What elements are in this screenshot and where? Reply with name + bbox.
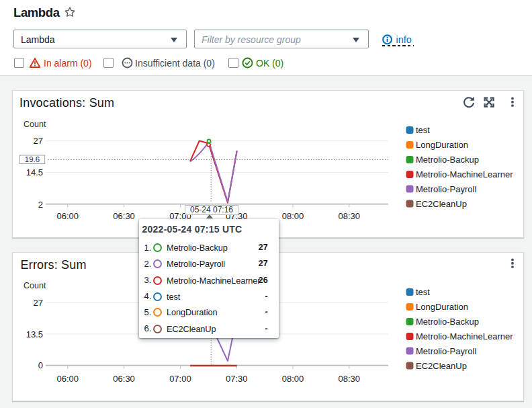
svg-text:Metrolio-Backup: Metrolio-Backup xyxy=(416,317,479,327)
svg-text:27: 27 xyxy=(34,298,43,308)
svg-text:Metrolio-Payroll: Metrolio-Payroll xyxy=(416,184,476,194)
svg-text:08:00: 08:00 xyxy=(282,211,304,221)
svg-text:27: 27 xyxy=(34,136,43,146)
svg-text:08:30: 08:30 xyxy=(339,374,361,384)
svg-text:07:00: 07:00 xyxy=(169,374,191,384)
svg-text:2: 2 xyxy=(38,200,43,210)
svg-text:19.6: 19.6 xyxy=(25,155,40,163)
svg-text:06:30: 06:30 xyxy=(113,374,135,384)
svg-text:06:00: 06:00 xyxy=(57,374,79,384)
svg-text:LongDuration: LongDuration xyxy=(416,302,468,312)
svg-text:EC2CleanUp: EC2CleanUp xyxy=(416,199,467,209)
svg-text:13.5: 13.5 xyxy=(26,329,43,339)
svg-text:14.5: 14.5 xyxy=(26,167,43,177)
svg-text:Metrolio-Backup: Metrolio-Backup xyxy=(416,155,479,165)
svg-text:test: test xyxy=(416,287,430,297)
svg-text:07:30: 07:30 xyxy=(226,374,248,384)
svg-text:Invocations: Sum: Invocations: Sum xyxy=(19,96,114,110)
svg-text:08:00: 08:00 xyxy=(282,374,304,384)
svg-text:08:30: 08:30 xyxy=(339,211,361,221)
svg-text:LongDuration: LongDuration xyxy=(416,140,468,150)
svg-text:Count: Count xyxy=(24,120,46,129)
svg-text:Errors: Sum: Errors: Sum xyxy=(21,258,87,272)
svg-text:06:30: 06:30 xyxy=(113,211,135,221)
svg-text:EC2CleanUp: EC2CleanUp xyxy=(416,361,467,371)
svg-text:test: test xyxy=(416,125,430,135)
svg-text:Metrolio-MachineLearner: Metrolio-MachineLearner xyxy=(416,169,513,179)
svg-text:Metrolio-Payroll: Metrolio-Payroll xyxy=(416,346,476,356)
svg-text:06:00: 06:00 xyxy=(57,211,79,221)
svg-text:Count: Count xyxy=(24,281,46,290)
svg-text:Metrolio-MachineLearner: Metrolio-MachineLearner xyxy=(416,331,513,341)
svg-text:0: 0 xyxy=(38,360,43,370)
